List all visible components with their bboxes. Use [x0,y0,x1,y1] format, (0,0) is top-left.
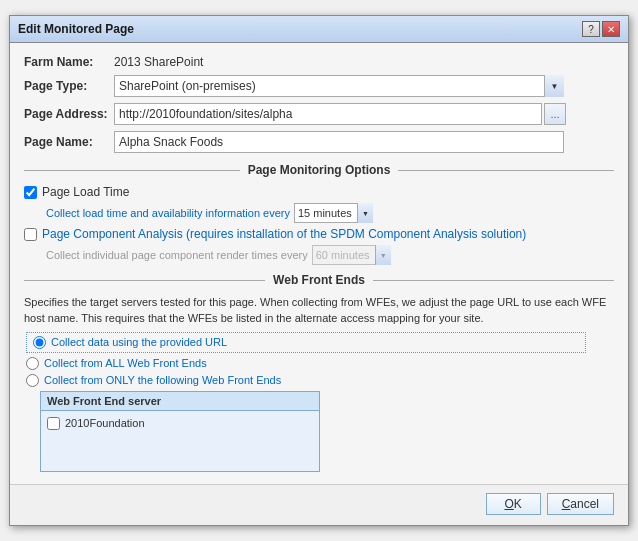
load-time-interval-select[interactable]: 15 minutes 5 minutes 10 minutes 30 minut… [294,203,373,223]
wfe-server-label: 2010Foundation [65,417,145,429]
wfe-divider-line-left [24,280,265,281]
help-button[interactable]: ? [582,21,600,37]
interval-select-wrapper: 15 minutes 5 minutes 10 minutes 30 minut… [294,203,373,223]
dialog-title: Edit Monitored Page [18,22,134,36]
page-component-analysis-label: Page Component Analysis (requires instal… [42,227,526,241]
title-bar: Edit Monitored Page ? ✕ [10,16,628,43]
radio-all-wfe[interactable] [26,357,39,370]
radio-row-all-wfe: Collect from ALL Web Front Ends [26,357,614,370]
page-load-time-label: Page Load Time [42,185,129,199]
ok-button-label: OK [504,497,521,511]
radio-row-only-wfe: Collect from ONLY the following Web Fron… [26,374,614,387]
page-load-time-collect-row: Collect load time and availability infor… [46,203,614,223]
farm-name-row: Farm Name: 2013 SharePoint [24,55,614,69]
dialog-footer: OK Cancel [10,484,628,525]
cancel-button[interactable]: Cancel [547,493,614,515]
radio-row-url: Collect data using the provided URL [26,332,586,353]
component-interval-select[interactable]: 60 minutes 15 minutes 30 minutes [312,245,391,265]
wfe-table-body: 2010Foundation [41,411,319,471]
radio-provided-url-label: Collect data using the provided URL [51,336,227,348]
farm-name-label: Farm Name: [24,55,114,69]
wfe-divider-line-right [373,280,614,281]
page-component-analysis-row: Page Component Analysis (requires instal… [24,227,614,241]
radio-all-wfe-label: Collect from ALL Web Front Ends [44,357,207,369]
divider-line-left [24,170,240,171]
page-type-label: Page Type: [24,79,114,93]
collect-component-label: Collect individual page component render… [46,249,308,261]
page-type-row: Page Type: SharePoint (on-premises) ▼ [24,75,614,97]
wfe-server-checkbox[interactable] [47,417,60,430]
page-name-label: Page Name: [24,135,114,149]
page-type-select-wrapper: SharePoint (on-premises) ▼ [114,75,564,97]
wfe-server-item: 2010Foundation [47,415,313,432]
close-button[interactable]: ✕ [602,21,620,37]
page-address-browse-button[interactable]: ... [544,103,566,125]
radio-only-wfe[interactable] [26,374,39,387]
page-address-label: Page Address: [24,107,114,121]
wfe-table-header-label: Web Front End server [47,395,161,407]
divider-line-right [398,170,614,171]
title-bar-controls: ? ✕ [582,21,620,37]
page-address-input[interactable] [114,103,542,125]
wfe-table-header: Web Front End server [41,392,319,411]
page-address-row: Page Address: ... [24,103,614,125]
page-name-input[interactable] [114,131,564,153]
page-type-select[interactable]: SharePoint (on-premises) [114,75,564,97]
page-monitoring-divider: Page Monitoring Options [24,163,614,177]
cancel-button-label: Cancel [562,497,599,511]
radio-only-wfe-label: Collect from ONLY the following Web Fron… [44,374,281,386]
wfe-table: Web Front End server 2010Foundation [40,391,320,472]
page-component-collect-row: Collect individual page component render… [46,245,614,265]
component-interval-select-wrapper: 60 minutes 15 minutes 30 minutes ▼ [312,245,391,265]
farm-name-value: 2013 SharePoint [114,55,203,69]
radio-provided-url[interactable] [33,336,46,349]
page-load-time-checkbox[interactable] [24,186,37,199]
page-load-time-row: Page Load Time [24,185,614,199]
dialog-body: Farm Name: 2013 SharePoint Page Type: Sh… [10,43,628,484]
wfe-divider: Web Front Ends [24,273,614,287]
wfe-info-text: Specifies the target servers tested for … [24,295,614,326]
wfe-section-title: Web Front Ends [265,273,373,287]
page-monitoring-section-title: Page Monitoring Options [240,163,399,177]
page-name-row: Page Name: [24,131,614,153]
edit-monitored-page-dialog: Edit Monitored Page ? ✕ Farm Name: 2013 … [9,15,629,526]
ok-button[interactable]: OK [486,493,541,515]
page-component-analysis-checkbox[interactable] [24,228,37,241]
collect-load-time-label: Collect load time and availability infor… [46,207,290,219]
